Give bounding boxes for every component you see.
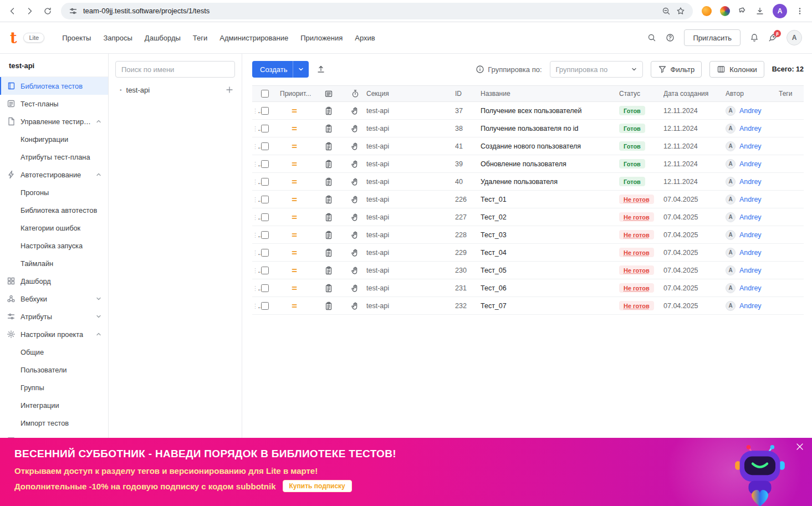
sidebar-item[interactable]: Библиотека автотестов [0, 201, 108, 219]
zoom-icon[interactable] [662, 7, 671, 16]
table-row[interactable]: ⋮⋮ test-api 39 Обновление пользователя Г… [252, 155, 804, 173]
header-nav-item[interactable]: Теги [193, 34, 207, 42]
author-link[interactable]: Andrey [739, 178, 762, 186]
bookmark-star-icon[interactable] [676, 7, 685, 16]
row-checkbox[interactable] [261, 302, 269, 310]
test-name-link[interactable]: Обновление пользователя [481, 160, 619, 168]
col-priority[interactable]: Приорит... [280, 90, 319, 98]
import-upload-icon[interactable] [316, 65, 325, 74]
drag-handle-icon[interactable]: ⋮⋮ [252, 107, 261, 115]
table-row[interactable]: ⋮⋮ test-api 228 Тест_03 Не готов 07.04.2… [252, 226, 804, 244]
extension-color-icon[interactable] [720, 6, 730, 16]
col-section[interactable]: Секция [366, 90, 455, 98]
sidebar-item[interactable]: Таймлайн [0, 254, 108, 272]
address-bar[interactable]: team-09jj.testit.software/projects/1/tes… [61, 3, 693, 19]
col-name[interactable]: Название [481, 90, 619, 98]
site-settings-icon[interactable] [69, 7, 78, 16]
test-name-link[interactable]: Тест_07 [481, 302, 619, 310]
drag-handle-icon[interactable]: ⋮⋮ [252, 178, 261, 186]
author-link[interactable]: Andrey [739, 249, 762, 257]
sidebar-item[interactable]: Атрибуты тест-плана [0, 148, 108, 166]
table-row[interactable]: ⋮⋮ test-api 230 Тест_05 Не готов 07.04.2… [252, 262, 804, 279]
sidebar-item[interactable]: Общие [0, 343, 108, 361]
create-button[interactable]: Создать [252, 61, 309, 78]
author-link[interactable]: Andrey [739, 125, 762, 132]
sidebar-item[interactable]: Импорт тестов [0, 414, 108, 432]
author-link[interactable]: Andrey [739, 284, 762, 292]
row-checkbox[interactable] [261, 107, 269, 115]
drag-handle-icon[interactable]: ⋮⋮ [252, 231, 261, 239]
author-link[interactable]: Andrey [739, 213, 762, 221]
header-nav-item[interactable]: Приложения [300, 34, 343, 42]
col-id[interactable]: ID [455, 90, 481, 98]
table-row[interactable]: ⋮⋮ test-api 231 Тест_06 Не готов 07.04.2… [252, 279, 804, 297]
col-status[interactable]: Статус [619, 90, 663, 98]
col-steps-icon[interactable] [324, 89, 333, 98]
test-name-link[interactable]: Получение всех пользователей [481, 107, 619, 115]
col-tags[interactable]: Теги [779, 90, 804, 98]
row-checkbox[interactable] [261, 284, 269, 292]
section-search-input[interactable] [115, 61, 235, 78]
buy-subscription-button[interactable]: Купить подписку [283, 480, 352, 492]
search-icon[interactable] [647, 33, 656, 42]
sidebar-item[interactable]: Архив [0, 432, 108, 438]
user-avatar[interactable]: A [787, 30, 802, 45]
table-row[interactable]: ⋮⋮ test-api 41 Создание нового пользоват… [252, 137, 804, 155]
author-link[interactable]: Andrey [739, 142, 762, 150]
col-author[interactable]: Автор [726, 90, 779, 98]
browser-back-icon[interactable] [8, 7, 17, 16]
sidebar-item[interactable]: Управление тестирова... [0, 113, 108, 130]
table-row[interactable]: ⋮⋮ test-api 227 Тест_02 Не готов 07.04.2… [252, 208, 804, 226]
table-row[interactable]: ⋮⋮ test-api 37 Получение всех пользовате… [252, 102, 804, 120]
author-link[interactable]: Andrey [739, 267, 762, 274]
author-link[interactable]: Andrey [739, 160, 762, 168]
table-row[interactable]: ⋮⋮ test-api 40 Удаление пользователя Гот… [252, 173, 804, 191]
extensions-puzzle-icon[interactable] [738, 7, 747, 16]
select-all-checkbox[interactable] [261, 90, 269, 98]
grouping-select[interactable]: Группировка по [550, 61, 643, 78]
drag-handle-icon[interactable]: ⋮⋮ [252, 267, 261, 274]
filter-button[interactable]: Фильтр [651, 61, 702, 78]
author-link[interactable]: Andrey [739, 196, 762, 203]
sidebar-item[interactable]: Интеграции [0, 396, 108, 414]
author-link[interactable]: Andrey [739, 231, 762, 239]
table-row[interactable]: ⋮⋮ test-api 226 Тест_01 Не готов 07.04.2… [252, 191, 804, 208]
test-name-link[interactable]: Получение пользователя по id [481, 125, 619, 132]
notifications-bell-icon[interactable] [750, 33, 759, 42]
browser-menu-icon[interactable] [795, 7, 804, 16]
test-name-link[interactable]: Удаление пользователя [481, 178, 619, 186]
table-row[interactable]: ⋮⋮ test-api 38 Получение пользователя по… [252, 120, 804, 137]
sidebar-item[interactable]: Автотестирование [0, 166, 108, 183]
testit-logo[interactable]: t [10, 30, 17, 45]
table-row[interactable]: ⋮⋮ test-api 229 Тест_04 Не готов 07.04.2… [252, 244, 804, 262]
sidebar-item[interactable]: Настройки проекта [0, 325, 108, 343]
table-row[interactable]: ⋮⋮ test-api 232 Тест_07 Не готов 07.04.2… [252, 297, 804, 315]
downloads-icon[interactable] [755, 7, 764, 16]
header-nav-item[interactable]: Запросы [103, 34, 132, 42]
header-nav-item[interactable]: Администрирование [219, 34, 288, 42]
drag-handle-icon[interactable]: ⋮⋮ [252, 142, 261, 150]
invite-button[interactable]: Пригласить [684, 29, 740, 46]
sidebar-item[interactable]: Конфигурации [0, 130, 108, 148]
tree-node-test-api[interactable]: • test-api [109, 78, 242, 98]
chevron-icon[interactable] [96, 172, 101, 177]
test-name-link[interactable]: Тест_04 [481, 249, 619, 257]
test-name-link[interactable]: Тест_03 [481, 231, 619, 239]
drag-handle-icon[interactable]: ⋮⋮ [252, 213, 261, 221]
col-automation-icon[interactable] [351, 89, 360, 98]
header-nav-item[interactable]: Проекты [62, 34, 91, 42]
header-nav-item[interactable]: Архив [355, 34, 375, 42]
author-link[interactable]: Andrey [739, 302, 762, 310]
sidebar-item[interactable]: Атрибуты [0, 308, 108, 325]
chevron-icon[interactable] [96, 119, 101, 124]
sidebar-item[interactable]: Настройка запуска [0, 237, 108, 254]
chevron-icon[interactable] [96, 296, 101, 301]
sidebar-item[interactable]: Пользователи [0, 361, 108, 379]
drag-handle-icon[interactable]: ⋮⋮ [252, 249, 261, 257]
sidebar-item[interactable]: Библиотека тестов [0, 77, 108, 95]
browser-refresh-icon[interactable] [43, 7, 52, 16]
row-checkbox[interactable] [261, 125, 269, 132]
add-section-icon[interactable] [225, 85, 234, 94]
sidebar-item[interactable]: Дашборд [0, 272, 108, 290]
whats-new-wrap[interactable]: β [768, 33, 777, 42]
